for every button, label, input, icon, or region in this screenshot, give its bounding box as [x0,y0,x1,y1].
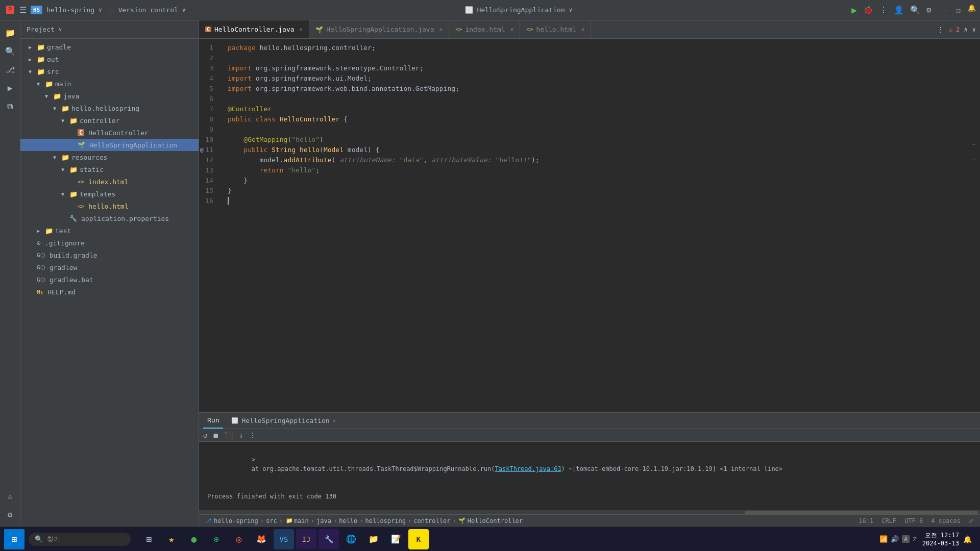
bottom-tab-app[interactable]: ⬜ HelloSpringApplication ✕ [227,413,339,429]
tree-item-gitignore[interactable]: ⊙ .gitignore [20,237,199,249]
taskbar-app-star[interactable]: ★ [161,529,182,549]
taskbar-app-notes[interactable]: 📝 [386,529,406,549]
taskbar-app-taskmanager[interactable]: ⊞ [139,529,159,549]
search-button[interactable]: 🔍 [910,5,920,15]
tab-close-hello-html[interactable]: ✕ [581,26,585,33]
tree-item-test[interactable]: ▶ 📁 test [20,224,199,237]
taskbar-app-explorer[interactable]: 📁 [363,529,384,549]
tree-item-controller[interactable]: ▼ 📁 controller [20,114,199,127]
tab-close-hellocontroller[interactable]: ✕ [300,26,303,33]
network-icon[interactable]: 📶 [879,535,888,543]
sidebar-icon-search[interactable]: 🔍 [2,43,18,59]
app-dropdown-icon[interactable]: ∨ [569,7,573,13]
tree-item-app-props[interactable]: 🔧 application.properties [20,212,199,224]
pause-button[interactable]: ⬛ [222,430,235,440]
user-button[interactable]: 👤 [894,5,904,15]
restart-button[interactable]: ↺ [201,430,209,440]
breadcrumb-src[interactable]: src [266,517,277,524]
file-encoding[interactable]: UTF-8 [904,517,923,524]
scrollbar-thumb[interactable] [745,511,978,514]
project-name[interactable]: hello-spring [46,6,94,14]
tree-item-hellospring[interactable]: ▼ 📁 hello.hellospring [20,102,199,114]
tree-item-index-html[interactable]: <> index.html [20,176,199,188]
taskbar-app-intellij[interactable]: IJ [296,529,316,549]
tasthread-link[interactable]: TaskThread.java:63 [495,465,561,472]
debug-button[interactable]: 🐞 [863,5,873,15]
sidebar-icon-problems[interactable]: ⚠ [2,488,18,504]
taskbar-app-edge[interactable]: ⊕ [206,529,227,549]
sidebar-icon-settings[interactable]: ⚙ [2,506,18,522]
tab-hellospringapp[interactable]: 🌱 HelloSpringApplication.java ✕ [309,20,449,38]
collapse-icon[interactable]: ∨ [972,26,976,33]
start-button[interactable]: ⊞ [4,529,24,549]
more-bottom-button[interactable]: ⋮ [247,430,258,440]
tree-item-hellospringapp[interactable]: 🌱 HelloSpringApplication [20,139,199,151]
volume-icon[interactable]: 🔊 [891,535,899,543]
project-dropdown-icon[interactable]: ∨ [99,7,102,13]
stop-button[interactable]: ■ [211,430,219,440]
bottom-tab-close-app[interactable]: ✕ [333,418,336,423]
taskbar-app-vscode[interactable]: VS [274,529,294,549]
tree-item-build-gradle[interactable]: G⬡ build.gradle [20,249,199,261]
breadcrumb-project[interactable]: hello-spring [214,517,258,524]
tab-hello-html[interactable]: <> hello.html ✕ [520,20,591,38]
version-control-label[interactable]: Version control [118,6,178,14]
vc-dropdown-icon[interactable]: ∨ [182,7,186,13]
expand-icon[interactable]: ∧ [964,26,968,33]
line-ending[interactable]: CRLF [881,517,896,524]
taskbar-app-kakao[interactable]: K [408,529,429,549]
expand-breadcrumb[interactable]: ⤢ [969,517,974,524]
maximize-button[interactable]: ❐ [954,6,962,14]
bottom-tab-run[interactable]: Run [203,413,223,429]
tab-bar-menu[interactable]: ⋮ [932,26,949,33]
breadcrumb-main[interactable]: main [294,517,309,524]
tree-item-templates[interactable]: ▼ 📁 templates [20,188,199,200]
more-button[interactable]: ⋮ [879,5,888,15]
taskbar-app-firefox[interactable]: 🦊 [251,529,272,549]
sidebar-icon-git[interactable]: ⎇ [2,61,18,78]
taskbar-search-bar[interactable]: 🔍 찾기 [29,533,131,546]
code-editor[interactable]: 1 2 3 4 5 6 7 8 9 10 11 @ 12 13 14 [199,39,980,412]
tree-item-java[interactable]: ▼ 📁 java [20,90,199,102]
taskbar-app-browser2[interactable]: 🌐 [341,529,361,549]
taskbar-app-brave[interactable]: ◎ [229,529,249,549]
tab-close-hellospringapp[interactable]: ✕ [439,26,443,33]
tree-item-resources[interactable]: ▼ 📁 resources [20,151,199,163]
taskbar-app-chrome[interactable]: ● [184,529,204,549]
tree-item-help-md[interactable]: M↓ HELP.md [20,286,199,298]
tree-item-static[interactable]: ▼ 📁 static [20,163,199,176]
tree-item-gradlew[interactable]: G⬡ gradlew [20,261,199,273]
tree-item-src[interactable]: ▼ 📁 src [20,65,199,78]
tab-index-html[interactable]: <> index.html ✕ [449,20,520,38]
sidebar-icon-extensions[interactable]: ⧉ [2,98,18,114]
breadcrumb-hellospring[interactable]: hellospring [365,517,406,524]
notification-button[interactable]: 🔔 [963,535,972,543]
tree-item-hello-html[interactable]: <> hello.html [20,200,199,212]
hamburger-menu-icon[interactable]: ☰ [19,5,27,15]
tree-item-out[interactable]: ▶ 📁 out [20,53,199,65]
panel-arrow[interactable]: ∨ [59,26,62,33]
breadcrumb-java[interactable]: java [316,517,331,524]
console-scrollbar[interactable] [199,510,980,514]
taskbar-clock[interactable]: 오전 12:17 2024-03-13 [922,531,959,547]
tree-item-gradle[interactable]: ▶ 📁 gradle [20,41,199,53]
code-content[interactable]: package hello.hellospring.controller; im… [219,39,968,412]
breadcrumb-class[interactable]: HelloController [468,517,523,524]
cursor-position[interactable]: 16:1 [859,517,873,524]
tree-item-gradlew-bat[interactable]: G⬡ gradlew.bat [20,273,199,286]
sidebar-icon-run[interactable]: ▶ [2,80,18,96]
minimize-button[interactable]: — [942,6,950,14]
sidebar-icon-project[interactable]: 📁 [2,24,18,41]
breadcrumb-controller[interactable]: controller [413,517,450,524]
tree-item-main[interactable]: ▼ 📁 main [20,78,199,90]
indent-settings[interactable]: 4 spaces [931,517,961,524]
settings-button[interactable]: ⚙ [926,5,932,15]
app-title[interactable]: HelloSpringApplication [477,6,565,14]
taskbar-app-jetbrains[interactable]: 🔧 [318,529,339,549]
tab-close-index-html[interactable]: ✕ [510,26,514,33]
run-button[interactable]: ▶ [851,5,857,15]
scroll-down-button[interactable]: ↓ [237,430,245,440]
lang-icon[interactable]: 가 [913,535,918,543]
breadcrumb-hello[interactable]: hello [339,517,357,524]
tree-item-hellocontroller[interactable]: C HelloController [20,127,199,139]
